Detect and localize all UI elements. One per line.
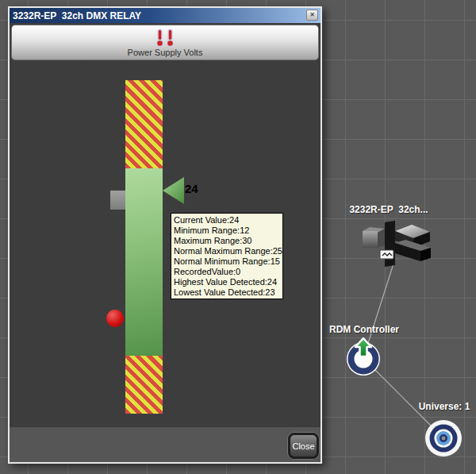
gauge-tooltip: Current Value:24 Minimum Range:12 Maximu… [171,213,283,299]
power-supply-volts-button[interactable]: Power Supply Volts [11,25,319,60]
gauge-value-pointer[interactable] [161,175,185,206]
tooltip-maximum-range: Maximum Range:30 [174,236,280,246]
thermometer-icons [152,29,178,48]
volts-gauge-bar [125,80,163,414]
device-node-label: 3232R-EP 32ch... [349,204,428,215]
tooltip-minimum-range: Minimum Range:12 [174,225,280,236]
universe-target-icon[interactable] [424,419,463,457]
dialog-titlebar[interactable]: 3232R-EP 32ch DMX RELAY ✕ [10,8,321,23]
dialog-footer: Close [10,427,321,462]
close-button[interactable]: Close [288,433,319,459]
gauge-normal-zone [125,168,163,356]
gauge-current-value-label: 24 [185,182,198,195]
power-supply-volts-label: Power Supply Volts [128,48,203,57]
window-close-button[interactable]: ✕ [306,10,318,21]
tooltip-lowest-value-detected: Lowest Value Detected:23 [174,287,280,298]
dmx-relay-device-icon[interactable] [359,221,432,270]
tooltip-highest-value-detected: Highest Value Detected:24 [174,277,280,287]
gauge-lowest-detected-marker [110,191,125,210]
rdm-controller-node-label: RDM Controller [329,324,399,335]
tooltip-recorded-value: RecordedValue:0 [174,267,280,277]
dialog-title: 3232R-EP 32ch DMX RELAY [13,10,141,21]
gauge-low-warning-zone [125,356,163,414]
universe-node-label: Universe: 1 [419,401,470,412]
device-dialog-window: 3232R-EP 32ch DMX RELAY ✕ Power Supply V… [8,6,322,464]
tooltip-normal-minimum-range: Normal Minimum Range:15 [174,256,280,267]
gauge-red-marker [106,310,124,327]
gauge-high-warning-zone [125,80,163,168]
tooltip-normal-maximum-range: Normal Maximum Range:25 [174,246,280,256]
tooltip-current-value: Current Value:24 [174,215,280,225]
rdm-controller-icon[interactable] [342,337,385,379]
desktop-background: 3232R-EP 32ch... RDM Controller [0,0,476,474]
